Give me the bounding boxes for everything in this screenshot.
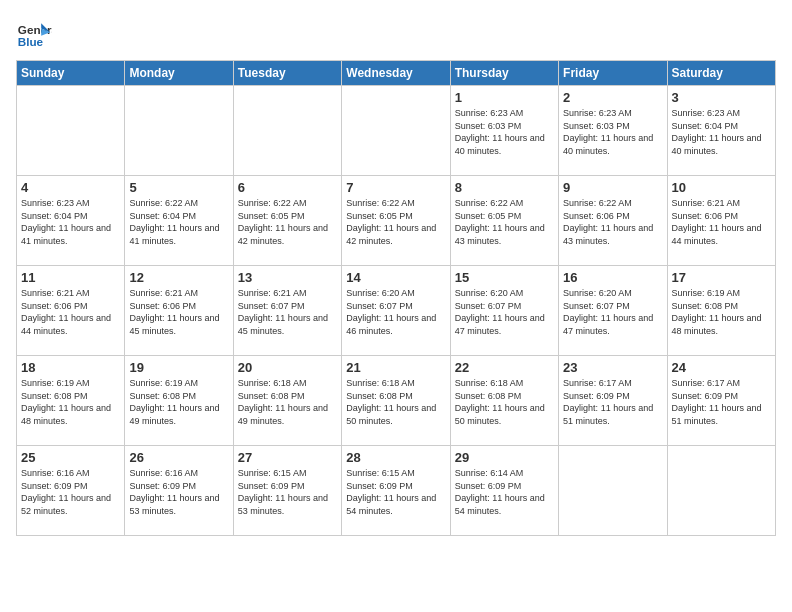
column-header-tuesday: Tuesday <box>233 61 341 86</box>
calendar-cell: 28Sunrise: 6:15 AM Sunset: 6:09 PM Dayli… <box>342 446 450 536</box>
cell-info: Sunrise: 6:22 AM Sunset: 6:05 PM Dayligh… <box>346 197 445 247</box>
day-number: 3 <box>672 90 771 105</box>
column-header-wednesday: Wednesday <box>342 61 450 86</box>
day-number: 13 <box>238 270 337 285</box>
calendar-cell <box>125 86 233 176</box>
day-number: 20 <box>238 360 337 375</box>
calendar-cell: 4Sunrise: 6:23 AM Sunset: 6:04 PM Daylig… <box>17 176 125 266</box>
cell-info: Sunrise: 6:20 AM Sunset: 6:07 PM Dayligh… <box>346 287 445 337</box>
calendar-cell: 26Sunrise: 6:16 AM Sunset: 6:09 PM Dayli… <box>125 446 233 536</box>
cell-info: Sunrise: 6:17 AM Sunset: 6:09 PM Dayligh… <box>672 377 771 427</box>
day-number: 19 <box>129 360 228 375</box>
cell-info: Sunrise: 6:22 AM Sunset: 6:05 PM Dayligh… <box>238 197 337 247</box>
day-number: 7 <box>346 180 445 195</box>
day-number: 23 <box>563 360 662 375</box>
cell-info: Sunrise: 6:22 AM Sunset: 6:04 PM Dayligh… <box>129 197 228 247</box>
cell-info: Sunrise: 6:20 AM Sunset: 6:07 PM Dayligh… <box>455 287 554 337</box>
day-number: 26 <box>129 450 228 465</box>
cell-info: Sunrise: 6:18 AM Sunset: 6:08 PM Dayligh… <box>346 377 445 427</box>
day-number: 29 <box>455 450 554 465</box>
calendar-cell: 8Sunrise: 6:22 AM Sunset: 6:05 PM Daylig… <box>450 176 558 266</box>
cell-info: Sunrise: 6:21 AM Sunset: 6:06 PM Dayligh… <box>672 197 771 247</box>
calendar-cell: 22Sunrise: 6:18 AM Sunset: 6:08 PM Dayli… <box>450 356 558 446</box>
cell-info: Sunrise: 6:21 AM Sunset: 6:06 PM Dayligh… <box>129 287 228 337</box>
calendar-cell: 3Sunrise: 6:23 AM Sunset: 6:04 PM Daylig… <box>667 86 775 176</box>
day-number: 17 <box>672 270 771 285</box>
column-header-sunday: Sunday <box>17 61 125 86</box>
column-header-monday: Monday <box>125 61 233 86</box>
calendar-cell <box>667 446 775 536</box>
calendar-cell: 1Sunrise: 6:23 AM Sunset: 6:03 PM Daylig… <box>450 86 558 176</box>
day-number: 10 <box>672 180 771 195</box>
cell-info: Sunrise: 6:20 AM Sunset: 6:07 PM Dayligh… <box>563 287 662 337</box>
cell-info: Sunrise: 6:22 AM Sunset: 6:05 PM Dayligh… <box>455 197 554 247</box>
calendar-cell: 19Sunrise: 6:19 AM Sunset: 6:08 PM Dayli… <box>125 356 233 446</box>
calendar-cell: 2Sunrise: 6:23 AM Sunset: 6:03 PM Daylig… <box>559 86 667 176</box>
calendar-cell: 17Sunrise: 6:19 AM Sunset: 6:08 PM Dayli… <box>667 266 775 356</box>
day-number: 27 <box>238 450 337 465</box>
day-number: 12 <box>129 270 228 285</box>
calendar-cell: 20Sunrise: 6:18 AM Sunset: 6:08 PM Dayli… <box>233 356 341 446</box>
cell-info: Sunrise: 6:22 AM Sunset: 6:06 PM Dayligh… <box>563 197 662 247</box>
cell-info: Sunrise: 6:19 AM Sunset: 6:08 PM Dayligh… <box>129 377 228 427</box>
cell-info: Sunrise: 6:21 AM Sunset: 6:07 PM Dayligh… <box>238 287 337 337</box>
svg-text:Blue: Blue <box>18 35 44 48</box>
cell-info: Sunrise: 6:23 AM Sunset: 6:03 PM Dayligh… <box>455 107 554 157</box>
day-number: 6 <box>238 180 337 195</box>
day-number: 22 <box>455 360 554 375</box>
day-number: 9 <box>563 180 662 195</box>
cell-info: Sunrise: 6:16 AM Sunset: 6:09 PM Dayligh… <box>129 467 228 517</box>
day-number: 2 <box>563 90 662 105</box>
calendar-cell: 29Sunrise: 6:14 AM Sunset: 6:09 PM Dayli… <box>450 446 558 536</box>
column-header-thursday: Thursday <box>450 61 558 86</box>
cell-info: Sunrise: 6:15 AM Sunset: 6:09 PM Dayligh… <box>238 467 337 517</box>
day-number: 11 <box>21 270 120 285</box>
calendar-cell: 18Sunrise: 6:19 AM Sunset: 6:08 PM Dayli… <box>17 356 125 446</box>
cell-info: Sunrise: 6:16 AM Sunset: 6:09 PM Dayligh… <box>21 467 120 517</box>
calendar-cell: 21Sunrise: 6:18 AM Sunset: 6:08 PM Dayli… <box>342 356 450 446</box>
calendar-cell: 5Sunrise: 6:22 AM Sunset: 6:04 PM Daylig… <box>125 176 233 266</box>
calendar-cell: 23Sunrise: 6:17 AM Sunset: 6:09 PM Dayli… <box>559 356 667 446</box>
calendar-cell <box>17 86 125 176</box>
calendar-cell <box>342 86 450 176</box>
calendar-week-5: 25Sunrise: 6:16 AM Sunset: 6:09 PM Dayli… <box>17 446 776 536</box>
calendar-week-3: 11Sunrise: 6:21 AM Sunset: 6:06 PM Dayli… <box>17 266 776 356</box>
cell-info: Sunrise: 6:19 AM Sunset: 6:08 PM Dayligh… <box>21 377 120 427</box>
calendar-cell: 7Sunrise: 6:22 AM Sunset: 6:05 PM Daylig… <box>342 176 450 266</box>
calendar-week-2: 4Sunrise: 6:23 AM Sunset: 6:04 PM Daylig… <box>17 176 776 266</box>
calendar-cell: 27Sunrise: 6:15 AM Sunset: 6:09 PM Dayli… <box>233 446 341 536</box>
calendar-cell: 9Sunrise: 6:22 AM Sunset: 6:06 PM Daylig… <box>559 176 667 266</box>
cell-info: Sunrise: 6:21 AM Sunset: 6:06 PM Dayligh… <box>21 287 120 337</box>
day-number: 18 <box>21 360 120 375</box>
calendar-week-1: 1Sunrise: 6:23 AM Sunset: 6:03 PM Daylig… <box>17 86 776 176</box>
day-number: 5 <box>129 180 228 195</box>
calendar-cell: 12Sunrise: 6:21 AM Sunset: 6:06 PM Dayli… <box>125 266 233 356</box>
day-number: 24 <box>672 360 771 375</box>
cell-info: Sunrise: 6:23 AM Sunset: 6:04 PM Dayligh… <box>21 197 120 247</box>
cell-info: Sunrise: 6:23 AM Sunset: 6:03 PM Dayligh… <box>563 107 662 157</box>
cell-info: Sunrise: 6:17 AM Sunset: 6:09 PM Dayligh… <box>563 377 662 427</box>
day-number: 21 <box>346 360 445 375</box>
calendar-cell: 14Sunrise: 6:20 AM Sunset: 6:07 PM Dayli… <box>342 266 450 356</box>
cell-info: Sunrise: 6:15 AM Sunset: 6:09 PM Dayligh… <box>346 467 445 517</box>
calendar-cell <box>559 446 667 536</box>
cell-info: Sunrise: 6:18 AM Sunset: 6:08 PM Dayligh… <box>238 377 337 427</box>
day-number: 15 <box>455 270 554 285</box>
cell-info: Sunrise: 6:19 AM Sunset: 6:08 PM Dayligh… <box>672 287 771 337</box>
calendar-week-4: 18Sunrise: 6:19 AM Sunset: 6:08 PM Dayli… <box>17 356 776 446</box>
calendar-cell: 11Sunrise: 6:21 AM Sunset: 6:06 PM Dayli… <box>17 266 125 356</box>
calendar-cell: 10Sunrise: 6:21 AM Sunset: 6:06 PM Dayli… <box>667 176 775 266</box>
day-number: 16 <box>563 270 662 285</box>
calendar-cell: 13Sunrise: 6:21 AM Sunset: 6:07 PM Dayli… <box>233 266 341 356</box>
day-number: 8 <box>455 180 554 195</box>
page-header: General Blue <box>16 16 776 52</box>
calendar-cell: 15Sunrise: 6:20 AM Sunset: 6:07 PM Dayli… <box>450 266 558 356</box>
calendar-body: 1Sunrise: 6:23 AM Sunset: 6:03 PM Daylig… <box>17 86 776 536</box>
column-header-saturday: Saturday <box>667 61 775 86</box>
calendar-cell: 16Sunrise: 6:20 AM Sunset: 6:07 PM Dayli… <box>559 266 667 356</box>
cell-info: Sunrise: 6:14 AM Sunset: 6:09 PM Dayligh… <box>455 467 554 517</box>
day-number: 14 <box>346 270 445 285</box>
calendar-cell: 25Sunrise: 6:16 AM Sunset: 6:09 PM Dayli… <box>17 446 125 536</box>
day-number: 25 <box>21 450 120 465</box>
cell-info: Sunrise: 6:23 AM Sunset: 6:04 PM Dayligh… <box>672 107 771 157</box>
